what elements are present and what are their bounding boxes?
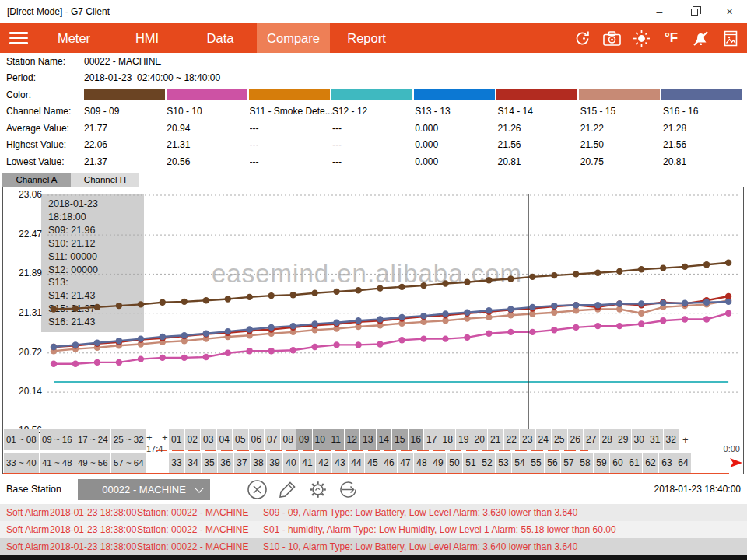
channel-button-13[interactable]: 13 [360,429,376,450]
channel-button-62[interactable]: 62 [643,453,658,473]
edit-icon[interactable] [276,478,298,500]
channel-button-16[interactable]: 16 [409,429,424,450]
channel-button-42[interactable]: 42 [316,453,331,473]
channel-button-18[interactable]: 18 [440,429,456,450]
minimize-button[interactable]: – [642,0,677,23]
alarm-row[interactable]: Soft Alarm2018-01-23 18:38:00Station: 00… [0,521,747,538]
base-station-dropdown[interactable]: 00022 - MACHINE [78,479,210,500]
channel-button-07[interactable]: 07 [265,429,280,450]
next-page-arrow[interactable] [728,455,744,471]
chart-canvas[interactable] [47,187,740,430]
restore-button[interactable] [677,0,712,23]
clear-icon[interactable] [246,478,268,500]
channel-button-01[interactable]: 01 [169,429,184,450]
channel-button-25[interactable]: 25 [552,429,567,450]
channel-button-53[interactable]: 53 [496,453,511,473]
zoom-plus-icon[interactable]: + [146,432,153,443]
channel-button-15[interactable]: 15 [392,429,408,450]
channel-button-14[interactable]: 14 [377,429,392,450]
alarm-row[interactable]: Soft Alarm2018-01-23 18:38:00Station: 00… [0,504,747,521]
alarm-mute-icon[interactable] [689,26,713,50]
group-button-33~40[interactable]: 33 ~ 40 [4,453,39,473]
group-button-17~24[interactable]: 17 ~ 24 [75,429,110,450]
channel-button-61[interactable]: 61 [626,453,642,473]
channel-button-50[interactable]: 50 [447,453,462,473]
hamburger-menu-icon[interactable] [0,23,37,53]
channel-button-47[interactable]: 47 [398,453,413,473]
channel-button-02[interactable]: 02 [185,429,201,450]
group-button-49~56[interactable]: 49 ~ 56 [75,453,110,473]
channel-button-08[interactable]: 08 [281,429,296,450]
channel-button-36[interactable]: 36 [218,453,233,473]
nav-item-meter[interactable]: Meter [37,23,110,53]
channel-button-03[interactable]: 03 [201,429,216,450]
channel-button-60[interactable]: 60 [610,453,626,473]
channel-button-27[interactable]: 27 [584,429,599,450]
channel-button-22[interactable]: 22 [504,429,520,450]
channel-button-52[interactable]: 52 [479,453,495,473]
channel-button-51[interactable]: 51 [463,453,479,473]
nav-item-report[interactable]: Report [330,23,403,53]
channel-button-41[interactable]: 41 [300,453,315,473]
channel-button-19[interactable]: 19 [456,429,472,450]
channel-button-45[interactable]: 45 [365,453,381,473]
channel-button-32[interactable]: 32 [664,429,679,450]
channel-button-21[interactable]: 21 [488,429,503,450]
channel-button-57[interactable]: 57 [561,453,577,473]
channel-button-11[interactable]: 11 [328,429,344,450]
channel-button-44[interactable]: 44 [349,453,364,473]
group-button-41~48[interactable]: 41 ~ 48 [40,453,75,473]
apply-icon[interactable] [337,478,359,500]
channel-button-40[interactable]: 40 [283,453,299,473]
alarm-row[interactable]: Soft Alarm2018-01-23 18:38:00Station: 00… [0,538,747,555]
channel-button-56[interactable]: 56 [545,453,560,473]
channel-button-04[interactable]: 04 [217,429,233,450]
channel-button-31[interactable]: 31 [647,429,663,450]
fahrenheit-unit-icon[interactable]: °F [659,26,683,50]
channel-button-55[interactable]: 55 [528,453,544,473]
channel-button-49[interactable]: 49 [430,453,446,473]
channel-button-26[interactable]: 26 [568,429,584,450]
brightness-icon[interactable] [630,26,654,50]
tab-channel-a[interactable]: Channel A [2,173,71,187]
channel-button-34[interactable]: 34 [185,453,201,473]
nav-item-hmi[interactable]: HMI [110,23,184,53]
channel-button-09[interactable]: 09 [296,429,312,450]
channel-button-24[interactable]: 24 [536,429,552,450]
channel-button-35[interactable]: 35 [202,453,217,473]
group-button-25~32[interactable]: 25 ~ 32 [111,429,146,450]
channel-button-64[interactable]: 64 [675,453,691,473]
screenshot-icon[interactable] [718,26,742,50]
channel-button-23[interactable]: 23 [520,429,535,450]
channel-button-63[interactable]: 63 [659,453,675,473]
channel-button-30[interactable]: 30 [632,429,647,450]
channel-button-12[interactable]: 12 [345,429,360,450]
channel-button-37[interactable]: 37 [234,453,250,473]
trend-chart[interactable]: easemind.en.alibaba.com 2018-01-23 18:18… [2,187,744,474]
group-button-09~16[interactable]: 09 ~ 16 [40,429,75,450]
channel-button-20[interactable]: 20 [472,429,488,450]
group-button-01~08[interactable]: 01 ~ 08 [4,429,39,450]
channel-button-54[interactable]: 54 [512,453,528,473]
nav-item-data[interactable]: Data [184,23,257,53]
channel-button-48[interactable]: 48 [414,453,430,473]
channel-button-58[interactable]: 58 [577,453,593,473]
more-channels-plus[interactable]: + [682,434,689,446]
channel-button-59[interactable]: 59 [594,453,609,473]
close-button[interactable]: × [712,0,747,23]
camera-icon[interactable] [600,26,624,50]
channel-button-29[interactable]: 29 [615,429,631,450]
refresh-icon[interactable] [570,26,594,50]
channel-button-05[interactable]: 05 [233,429,248,450]
zoom-plus-icon[interactable]: + [162,432,168,443]
channel-button-39[interactable]: 39 [267,453,282,473]
channel-button-06[interactable]: 06 [249,429,265,450]
channel-button-17[interactable]: 17 [424,429,440,450]
channel-button-10[interactable]: 10 [313,429,328,450]
group-button-57~64[interactable]: 57 ~ 64 [111,453,146,473]
nav-item-compare[interactable]: Compare [257,23,330,53]
channel-button-28[interactable]: 28 [600,429,615,450]
channel-button-43[interactable]: 43 [332,453,348,473]
channel-button-38[interactable]: 38 [251,453,266,473]
settings-icon[interactable] [307,478,328,500]
